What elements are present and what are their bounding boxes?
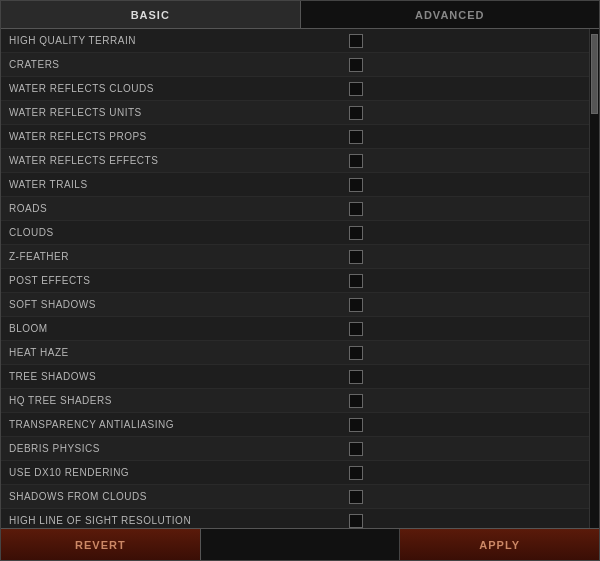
checkbox-roads[interactable] — [349, 202, 363, 216]
checkbox-z-feather[interactable] — [349, 250, 363, 264]
settings-dialog: BASIC ADVANCED HIGH QUALITY TERRAINCRATE… — [0, 0, 600, 561]
setting-checkbox-area-hq-tree-shaders — [341, 394, 581, 408]
checkbox-use-dx10-rendering[interactable] — [349, 466, 363, 480]
checkbox-debris-physics[interactable] — [349, 442, 363, 456]
revert-button[interactable]: REVERT — [1, 529, 201, 560]
setting-checkbox-area-roads — [341, 202, 581, 216]
setting-label-water-trails: WATER TRAILS — [9, 179, 341, 190]
setting-label-roads: ROADS — [9, 203, 341, 214]
setting-row-high-quality-terrain: HIGH QUALITY TERRAIN — [1, 29, 589, 53]
apply-button[interactable]: APPLY — [400, 529, 599, 560]
scrollbar-track — [590, 29, 599, 528]
tab-bar: BASIC ADVANCED — [1, 1, 599, 29]
setting-label-water-reflects-effects: WATER REFLECTS EFFECTS — [9, 155, 341, 166]
setting-label-water-reflects-units: WATER REFLECTS UNITS — [9, 107, 341, 118]
setting-label-post-effects: POST EFFECTS — [9, 275, 341, 286]
setting-row-z-feather: Z-FEATHER — [1, 245, 589, 269]
scrollbar[interactable] — [589, 29, 599, 528]
tab-advanced-label: ADVANCED — [415, 9, 485, 21]
setting-row-water-reflects-clouds: WATER REFLECTS CLOUDS — [1, 77, 589, 101]
setting-label-soft-shadows: SOFT SHADOWS — [9, 299, 341, 310]
setting-checkbox-area-tree-shadows — [341, 370, 581, 384]
setting-label-high-line-of-sight: HIGH LINE OF SIGHT RESOLUTION — [9, 515, 341, 526]
setting-row-hq-tree-shaders: HQ TREE SHADERS — [1, 389, 589, 413]
setting-row-clouds: CLOUDS — [1, 221, 589, 245]
setting-checkbox-area-water-reflects-units — [341, 106, 581, 120]
setting-label-high-quality-terrain: HIGH QUALITY TERRAIN — [9, 35, 341, 46]
checkbox-transparency-antialiasing[interactable] — [349, 418, 363, 432]
setting-label-bloom: BLOOM — [9, 323, 341, 334]
setting-checkbox-area-transparency-antialiasing — [341, 418, 581, 432]
setting-checkbox-area-debris-physics — [341, 442, 581, 456]
checkbox-shadows-from-clouds[interactable] — [349, 490, 363, 504]
checkbox-water-reflects-units[interactable] — [349, 106, 363, 120]
setting-row-water-reflects-props: WATER REFLECTS PROPS — [1, 125, 589, 149]
setting-label-water-reflects-props: WATER REFLECTS PROPS — [9, 131, 341, 142]
checkbox-craters[interactable] — [349, 58, 363, 72]
tab-advanced[interactable]: ADVANCED — [301, 1, 600, 28]
tab-basic-label: BASIC — [131, 9, 170, 21]
setting-row-water-trails: WATER TRAILS — [1, 173, 589, 197]
setting-checkbox-area-craters — [341, 58, 581, 72]
setting-checkbox-area-use-dx10-rendering — [341, 466, 581, 480]
apply-label: APPLY — [479, 539, 520, 551]
setting-label-transparency-antialiasing: TRANSPARENCY ANTIALIASING — [9, 419, 341, 430]
checkbox-tree-shadows[interactable] — [349, 370, 363, 384]
setting-label-clouds: CLOUDS — [9, 227, 341, 238]
setting-checkbox-area-water-reflects-clouds — [341, 82, 581, 96]
setting-checkbox-area-high-quality-terrain — [341, 34, 581, 48]
setting-row-craters: CRATERS — [1, 53, 589, 77]
setting-label-shadows-from-clouds: SHADOWS FROM CLOUDS — [9, 491, 341, 502]
setting-row-debris-physics: DEBRIS PHYSICS — [1, 437, 589, 461]
checkbox-high-line-of-sight[interactable] — [349, 514, 363, 528]
setting-row-water-reflects-effects: WATER REFLECTS EFFECTS — [1, 149, 589, 173]
checkbox-soft-shadows[interactable] — [349, 298, 363, 312]
checkbox-water-trails[interactable] — [349, 178, 363, 192]
content-area: HIGH QUALITY TERRAINCRATERSWATER REFLECT… — [1, 29, 599, 528]
checkbox-bloom[interactable] — [349, 322, 363, 336]
setting-label-use-dx10-rendering: USE DX10 RENDERING — [9, 467, 341, 478]
checkbox-high-quality-terrain[interactable] — [349, 34, 363, 48]
checkbox-clouds[interactable] — [349, 226, 363, 240]
setting-checkbox-area-post-effects — [341, 274, 581, 288]
setting-label-hq-tree-shaders: HQ TREE SHADERS — [9, 395, 341, 406]
setting-checkbox-area-water-trails — [341, 178, 581, 192]
checkbox-water-reflects-effects[interactable] — [349, 154, 363, 168]
tab-basic[interactable]: BASIC — [1, 1, 301, 28]
setting-checkbox-area-z-feather — [341, 250, 581, 264]
setting-label-tree-shadows: TREE SHADOWS — [9, 371, 341, 382]
setting-row-high-line-of-sight: HIGH LINE OF SIGHT RESOLUTION — [1, 509, 589, 528]
setting-row-heat-haze: HEAT HAZE — [1, 341, 589, 365]
setting-checkbox-area-water-reflects-effects — [341, 154, 581, 168]
footer-spacer — [201, 529, 401, 560]
setting-label-z-feather: Z-FEATHER — [9, 251, 341, 262]
setting-checkbox-area-high-line-of-sight — [341, 514, 581, 528]
setting-checkbox-area-bloom — [341, 322, 581, 336]
setting-checkbox-area-heat-haze — [341, 346, 581, 360]
scrollbar-thumb[interactable] — [591, 34, 598, 114]
setting-checkbox-area-water-reflects-props — [341, 130, 581, 144]
setting-row-transparency-antialiasing: TRANSPARENCY ANTIALIASING — [1, 413, 589, 437]
revert-label: REVERT — [75, 539, 126, 551]
setting-checkbox-area-shadows-from-clouds — [341, 490, 581, 504]
setting-label-debris-physics: DEBRIS PHYSICS — [9, 443, 341, 454]
checkbox-water-reflects-clouds[interactable] — [349, 82, 363, 96]
setting-row-tree-shadows: TREE SHADOWS — [1, 365, 589, 389]
setting-row-soft-shadows: SOFT SHADOWS — [1, 293, 589, 317]
footer: REVERT APPLY — [1, 528, 599, 560]
checkbox-water-reflects-props[interactable] — [349, 130, 363, 144]
setting-label-water-reflects-clouds: WATER REFLECTS CLOUDS — [9, 83, 341, 94]
setting-row-use-dx10-rendering: USE DX10 RENDERING — [1, 461, 589, 485]
setting-row-post-effects: POST EFFECTS — [1, 269, 589, 293]
setting-row-roads: ROADS — [1, 197, 589, 221]
setting-checkbox-area-soft-shadows — [341, 298, 581, 312]
setting-row-bloom: BLOOM — [1, 317, 589, 341]
setting-label-heat-haze: HEAT HAZE — [9, 347, 341, 358]
checkbox-post-effects[interactable] — [349, 274, 363, 288]
setting-row-shadows-from-clouds: SHADOWS FROM CLOUDS — [1, 485, 589, 509]
checkbox-heat-haze[interactable] — [349, 346, 363, 360]
settings-list[interactable]: HIGH QUALITY TERRAINCRATERSWATER REFLECT… — [1, 29, 589, 528]
setting-row-water-reflects-units: WATER REFLECTS UNITS — [1, 101, 589, 125]
setting-checkbox-area-clouds — [341, 226, 581, 240]
checkbox-hq-tree-shaders[interactable] — [349, 394, 363, 408]
